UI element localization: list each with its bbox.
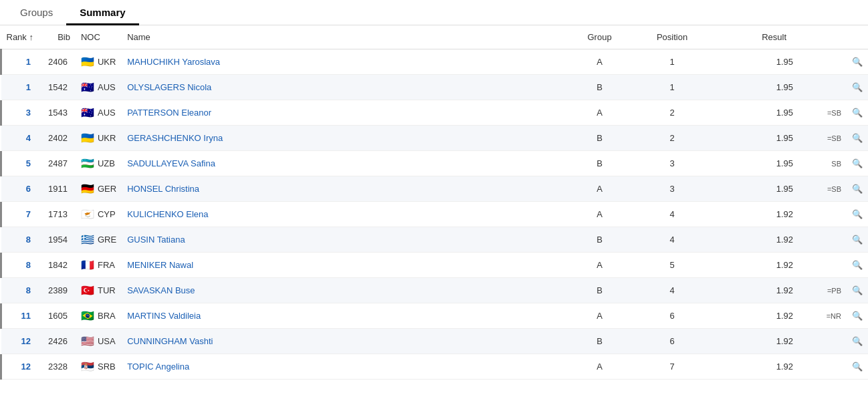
cell-search-icon[interactable]: 🔍 [847,329,868,354]
cell-name[interactable]: SAVASKAN Buse [122,278,566,303]
cell-search-icon[interactable]: 🔍 [847,100,868,126]
cell-bib: 1842 [39,253,76,278]
cell-bib: 1713 [39,202,76,227]
cell-search-icon[interactable]: 🔍 [847,49,868,75]
cell-bib: 2487 [39,151,76,176]
cell-note [806,329,847,354]
cell-rank: 11 [1,303,39,329]
cell-result: 1.95 [712,100,806,126]
tab-summary[interactable]: Summary [66,0,138,25]
cell-noc: 🇬🇷 GRE [76,227,122,253]
table-row: 3 1543 🇦🇺 AUS PATTERSON Eleanor A 2 1.95… [1,100,869,126]
cell-noc: 🇺🇦 UKR [76,126,122,151]
cell-search-icon[interactable]: 🔍 [847,202,868,227]
cell-search-icon[interactable]: 🔍 [847,278,868,303]
cell-name[interactable]: TOPIC Angelina [122,354,566,380]
cell-noc: 🇹🇷 TUR [76,278,122,303]
cell-result: 1.95 [712,151,806,176]
cell-name[interactable]: KULICHENKO Elena [122,202,566,227]
table-row: 8 1842 🇫🇷 FRA MENIKER Nawal A 5 1.92 🔍 [1,253,869,278]
table-row: 1 2406 🇺🇦 UKR MAHUCHIKH Yaroslava A 1 1.… [1,49,869,75]
noc-code: UKR [98,57,116,67]
cell-note: =SB [806,126,847,151]
cell-rank: 4 [1,126,39,151]
cell-name[interactable]: MENIKER Nawal [122,253,566,278]
table-row: 5 2487 🇺🇿 UZB SADULLAYEVA Safina B 3 1.9… [1,151,869,176]
cell-name[interactable]: HONSEL Christina [122,176,566,202]
cell-group: A [566,303,633,329]
cell-search-icon[interactable]: 🔍 [847,151,868,176]
cell-position: 2 [633,100,712,126]
cell-position: 4 [633,202,712,227]
cell-noc: 🇩🇪 GER [76,176,122,202]
noc-code: TUR [98,285,116,295]
cell-result: 1.92 [712,253,806,278]
cell-bib: 2426 [39,329,76,354]
sort-icon: ↑ [29,32,33,42]
table-row: 7 1713 🇨🇾 CYP KULICHENKO Elena A 4 1.92 … [1,202,869,227]
cell-search-icon[interactable]: 🔍 [847,253,868,278]
cell-group: A [566,176,633,202]
cell-position: 4 [633,227,712,253]
cell-search-icon[interactable]: 🔍 [847,227,868,253]
cell-group: B [566,329,633,354]
cell-noc: 🇺🇿 UZB [76,151,122,176]
cell-result: 1.95 [712,49,806,75]
cell-search-icon[interactable]: 🔍 [847,303,868,329]
results-table: Rank ↑ Bib NOC Name Group Position Resul… [0,25,868,380]
cell-result: 1.92 [712,329,806,354]
cell-note: =PB [806,278,847,303]
cell-rank: 8 [1,278,39,303]
cell-group: A [566,354,633,380]
cell-search-icon[interactable]: 🔍 [847,354,868,380]
cell-rank: 1 [1,75,39,100]
cell-search-icon[interactable]: 🔍 [847,176,868,202]
cell-name[interactable]: MAHUCHIKH Yaroslava [122,49,566,75]
cell-group: A [566,100,633,126]
col-result: Result [712,25,806,49]
cell-name[interactable]: OLYSLAGERS Nicola [122,75,566,100]
cell-rank: 8 [1,253,39,278]
cell-position: 6 [633,303,712,329]
cell-rank: 12 [1,329,39,354]
noc-code: GRE [98,235,116,245]
cell-group: A [566,253,633,278]
table-row: 8 2389 🇹🇷 TUR SAVASKAN Buse B 4 1.92 =PB… [1,278,869,303]
cell-name[interactable]: SADULLAYEVA Safina [122,151,566,176]
cell-noc: 🇦🇺 AUS [76,100,122,126]
cell-name[interactable]: PATTERSON Eleanor [122,100,566,126]
col-note [806,25,847,49]
cell-position: 6 [633,329,712,354]
cell-noc: 🇺🇦 UKR [76,49,122,75]
noc-code: SRB [98,362,116,372]
cell-result: 1.92 [712,354,806,380]
noc-code: GER [98,184,116,194]
cell-name[interactable]: CUNNINGHAM Vashti [122,329,566,354]
cell-name[interactable]: GERASHCHENKO Iryna [122,126,566,151]
noc-code: UKR [98,133,116,143]
cell-search-icon[interactable]: 🔍 [847,75,868,100]
cell-position: 1 [633,75,712,100]
cell-bib: 2406 [39,49,76,75]
cell-note [806,202,847,227]
cell-note [806,253,847,278]
noc-code: BRA [98,311,116,321]
table-row: 12 2426 🇺🇸 USA CUNNINGHAM Vashti B 6 1.9… [1,329,869,354]
cell-result: 1.95 [712,176,806,202]
cell-note [806,227,847,253]
cell-search-icon[interactable]: 🔍 [847,126,868,151]
cell-result: 1.95 [712,126,806,151]
cell-rank: 1 [1,49,39,75]
col-spacer [186,25,566,49]
table-header-row: Rank ↑ Bib NOC Name Group Position Resul… [1,25,869,49]
tab-groups[interactable]: Groups [7,0,66,25]
noc-code: AUS [98,82,116,92]
cell-name[interactable]: MARTINS Valdileia [122,303,566,329]
cell-note: SB [806,151,847,176]
cell-position: 4 [633,278,712,303]
table-row: 1 1542 🇦🇺 AUS OLYSLAGERS Nicola B 1 1.95… [1,75,869,100]
table-row: 12 2328 🇷🇸 SRB TOPIC Angelina A 7 1.92 🔍 [1,354,869,380]
cell-group: B [566,75,633,100]
col-rank[interactable]: Rank ↑ [1,25,39,49]
cell-name[interactable]: GUSIN Tatiana [122,227,566,253]
